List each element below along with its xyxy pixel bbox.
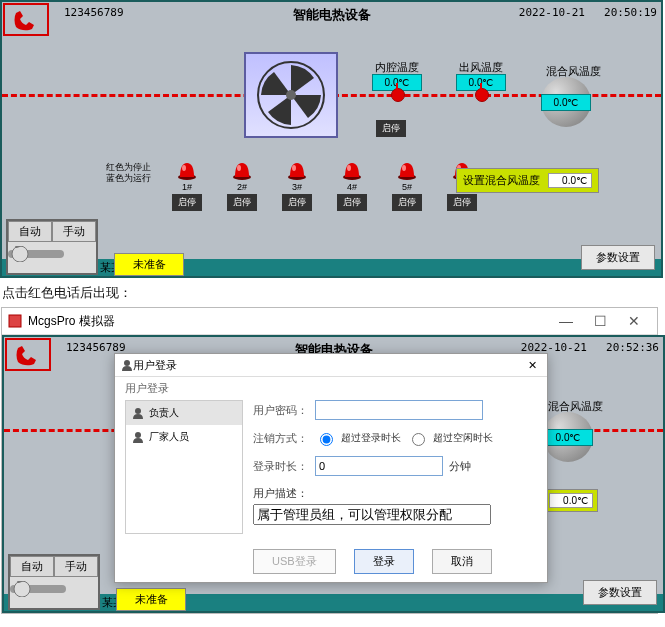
user-icon xyxy=(132,407,144,419)
mix-gauge-icon: 0.0℃ xyxy=(541,77,591,127)
user-role-item[interactable]: 负责人 xyxy=(126,401,242,425)
simulator-window: McgsPro 模拟器 — ☐ ✕ 123456789 智能电热设备 2022-… xyxy=(1,307,658,614)
mode-panel: 自动 手动 xyxy=(8,554,100,610)
login-duration-unit: 分钟 xyxy=(449,459,471,474)
password-label: 用户密码： xyxy=(253,403,309,418)
mix-gauge-icon: 0.0℃ xyxy=(543,412,593,462)
heater-unit-5: 5#启停 xyxy=(392,160,422,211)
footer-bar: 某某有限公司 xyxy=(2,259,661,276)
header-time: 20:52:36 xyxy=(606,341,659,354)
login-button[interactable]: 登录 xyxy=(354,549,414,574)
annotation-text: 点击红色电话后出现： xyxy=(0,278,665,306)
heater-startstop-button[interactable]: 启停 xyxy=(172,194,202,211)
user-icon xyxy=(132,431,144,443)
set-mix-temp-panel: 设置混合风温度 0.0℃ xyxy=(456,168,599,193)
usb-login-button[interactable]: USB登录 xyxy=(253,549,336,574)
logout-radio-duration[interactable] xyxy=(320,433,333,446)
set-mix-temp-panel: 0.0℃ xyxy=(544,489,598,512)
heater-unit-1: 1#启停 xyxy=(172,160,202,211)
user-desc-label: 用户描述： xyxy=(253,486,537,501)
user-role-list: 负责人厂家人员 xyxy=(125,400,243,534)
login-dialog-title: 用户登录 xyxy=(133,358,177,373)
logout-radio-idle-label: 超过空闲时长 xyxy=(433,431,493,445)
set-mix-temp-input[interactable]: 0.0℃ xyxy=(548,173,592,188)
siren-icon xyxy=(177,160,197,180)
svg-rect-8 xyxy=(9,315,21,327)
outlet-temp-label: 出风温度 xyxy=(456,60,506,75)
login-dialog-close-button[interactable]: ✕ xyxy=(524,359,541,372)
app-icon xyxy=(8,314,22,328)
logout-radio-duration-label: 超过登录时长 xyxy=(341,431,401,445)
mode-switch-icon[interactable] xyxy=(10,581,66,597)
siren-icon xyxy=(287,160,307,180)
heater-startstop-button[interactable]: 启停 xyxy=(227,194,257,211)
fan-startstop-button[interactable]: 启停 xyxy=(376,120,406,137)
cancel-button[interactable]: 取消 xyxy=(432,549,492,574)
header-date: 2022-10-21 xyxy=(519,6,585,19)
heater-label: 5# xyxy=(402,182,412,192)
mode-manual-tab[interactable]: 手动 xyxy=(54,556,98,577)
legend-line2: 蓝色为运行 xyxy=(106,173,151,184)
heater-label: 4# xyxy=(347,182,357,192)
mix-temp-label: 混合风温度 xyxy=(543,64,603,79)
login-duration-label: 登录时长： xyxy=(253,459,309,474)
ready-status: 未准备 xyxy=(114,253,184,276)
heater-startstop-button[interactable]: 启停 xyxy=(392,194,422,211)
heater-label: 3# xyxy=(292,182,302,192)
heater-startstop-button[interactable]: 启停 xyxy=(282,194,312,211)
user-role-item[interactable]: 厂家人员 xyxy=(126,425,242,449)
heater-label: 1# xyxy=(182,182,192,192)
mix-temp-label: 混合风温度 xyxy=(545,399,605,414)
set-mix-temp-input[interactable]: 0.0℃ xyxy=(549,493,593,508)
mode-switch-icon[interactable] xyxy=(8,246,64,262)
login-duration-input[interactable] xyxy=(315,456,443,476)
siren-icon xyxy=(397,160,417,180)
hmi-screen-bottom: 123456789 智能电热设备 2022-10-21 20:52:36 混合风… xyxy=(2,335,665,613)
header-time: 20:50:19 xyxy=(604,6,657,19)
inner-temp-label: 内腔温度 xyxy=(372,60,422,75)
window-minimize-button[interactable]: — xyxy=(549,309,583,333)
mode-auto-tab[interactable]: 自动 xyxy=(10,556,54,577)
phone-icon xyxy=(11,8,41,32)
legend: 红色为停止 蓝色为运行 xyxy=(106,162,151,184)
logout-mode-label: 注销方式： xyxy=(253,431,309,446)
login-title-icon xyxy=(121,359,133,371)
siren-icon xyxy=(342,160,362,180)
window-title: McgsPro 模拟器 xyxy=(28,313,115,330)
footer-bar: 某某有限公司 xyxy=(4,594,663,611)
heater-row: 1#启停2#启停3#启停4#启停5#启停6#启停 xyxy=(172,160,477,211)
window-maximize-button[interactable]: ☐ xyxy=(583,309,617,333)
phone-button[interactable] xyxy=(5,338,51,371)
heater-unit-3: 3#启停 xyxy=(282,160,312,211)
fan-icon xyxy=(256,60,326,130)
phone-button[interactable] xyxy=(3,3,49,36)
heater-label: 2# xyxy=(237,182,247,192)
login-dialog: 用户登录 ✕ 用户登录 负责人厂家人员 用户密码： 注销方式： 超过登录时长 超… xyxy=(114,353,548,583)
mix-temp-value: 0.0℃ xyxy=(541,94,591,111)
set-mix-temp-label: 设置混合风温度 xyxy=(463,173,540,188)
siren-icon xyxy=(232,160,252,180)
param-settings-button[interactable]: 参数设置 xyxy=(581,245,655,270)
mode-manual-tab[interactable]: 手动 xyxy=(52,221,96,242)
heater-startstop-button[interactable]: 启停 xyxy=(447,194,477,211)
legend-line1: 红色为停止 xyxy=(106,162,151,173)
inner-temp-knob-icon xyxy=(391,88,405,102)
user-role-label: 负责人 xyxy=(149,406,179,420)
ready-status: 未准备 xyxy=(116,588,186,611)
window-close-button[interactable]: ✕ xyxy=(617,309,651,333)
mix-temp-value: 0.0℃ xyxy=(543,429,593,446)
param-settings-button[interactable]: 参数设置 xyxy=(583,580,657,605)
heater-unit-2: 2#启停 xyxy=(227,160,257,211)
password-input[interactable] xyxy=(315,400,483,420)
phone-icon xyxy=(13,343,43,367)
user-role-label: 厂家人员 xyxy=(149,430,189,444)
heater-startstop-button[interactable]: 启停 xyxy=(337,194,367,211)
outlet-temp-knob-icon xyxy=(475,88,489,102)
heater-unit-4: 4#启停 xyxy=(337,160,367,211)
mode-auto-tab[interactable]: 自动 xyxy=(8,221,52,242)
mode-panel: 自动 手动 xyxy=(6,219,98,275)
user-desc-input[interactable] xyxy=(253,504,491,525)
fan-display xyxy=(244,52,338,138)
hmi-screen-top: 123456789 智能电热设备 2022-10-21 20:50:19 启停 … xyxy=(0,0,663,278)
logout-radio-idle[interactable] xyxy=(412,433,425,446)
